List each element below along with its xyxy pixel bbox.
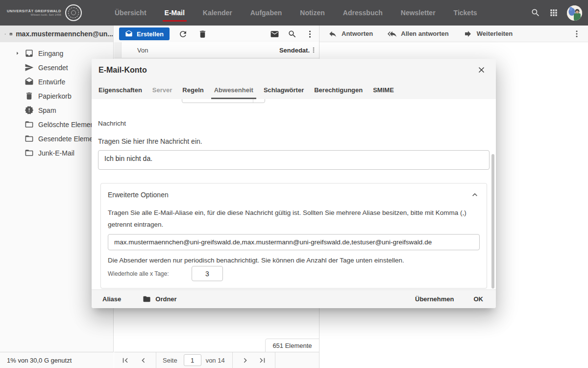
folder-label: Entwürfe	[38, 78, 65, 86]
advanced-options-title: Erweiterte Optionen	[108, 191, 169, 199]
compose-button[interactable]: Erstellen	[119, 27, 170, 40]
more-options-icon[interactable]	[305, 29, 315, 39]
nav-tab-kalender[interactable]: Kalender	[203, 0, 232, 26]
delete-icon[interactable]	[198, 29, 207, 39]
tab-regeln[interactable]: Regeln	[182, 81, 203, 99]
nav-tab-newsletter[interactable]: Newsletter	[401, 0, 436, 26]
reply-label: Antworten	[342, 30, 373, 37]
dialog-title: E-Mail-Konto	[98, 66, 147, 75]
column-von[interactable]: Von	[137, 47, 148, 54]
tab-berechtigungen[interactable]: Berechtigungen	[314, 81, 363, 99]
sidebar-item-eingang[interactable]: Eingang	[0, 46, 113, 60]
reply-all-icon	[388, 29, 396, 38]
chevron-down-icon[interactable]	[4, 30, 6, 38]
prev-page-icon[interactable]	[139, 356, 148, 365]
folder-label: Junk-E-Mail	[38, 149, 74, 157]
first-page-icon[interactable]	[121, 356, 130, 365]
drafts-icon	[24, 77, 34, 86]
nav-tab-tickets[interactable]: Tickets	[454, 0, 477, 26]
page-number-input[interactable]	[184, 354, 201, 366]
next-page-icon[interactable]	[241, 356, 250, 365]
folder-button-label: Ordner	[155, 295, 176, 303]
nav-tab-adressbuch[interactable]: Adressbuch	[343, 0, 383, 26]
tab-schlagwoerter[interactable]: Schlagwörter	[264, 81, 304, 99]
email-account-dialog: E-Mail-Konto Eigenschaften Server Regeln…	[92, 59, 496, 308]
clipped-date-input[interactable]	[182, 99, 265, 103]
period-hint: Die Absender werden nur periodisch benac…	[108, 257, 480, 264]
tab-abwesenheit[interactable]: Abwesenheit	[214, 81, 253, 99]
divider	[156, 352, 156, 368]
search-list-icon[interactable]	[288, 29, 297, 39]
folder-label: Papierkorb	[38, 92, 72, 100]
close-icon[interactable]	[477, 65, 486, 75]
repeat-days-label: Wiederhole alle x Tage:	[108, 270, 192, 277]
folder-icon	[24, 134, 34, 143]
page-label: Seite	[163, 357, 177, 364]
message-toolbar: Antworten Allen antworten Weiterleiten	[319, 26, 588, 42]
trash-icon	[24, 91, 34, 101]
element-count-badge: 651 Elemente	[265, 339, 319, 352]
folder-filled-icon	[143, 295, 151, 303]
dialog-scrollbar[interactable]	[491, 154, 494, 289]
apps-grid-icon[interactable]	[549, 8, 559, 18]
tab-smime[interactable]: SMIME	[373, 81, 394, 99]
divider	[232, 352, 233, 368]
alias-input[interactable]	[108, 234, 480, 250]
collapse-chevron-icon[interactable]	[470, 190, 480, 200]
university-logo: UNIVERSITÄT GREIFSWALD Wissen lockt. Sei…	[7, 4, 82, 21]
user-avatar[interactable]	[567, 5, 582, 21]
aliases-button[interactable]: Aliase	[102, 295, 121, 303]
repeat-days-input[interactable]	[192, 266, 223, 281]
element-count-label: 651 Elemente	[272, 342, 312, 349]
forward-button[interactable]: Weiterleiten	[464, 29, 513, 38]
main-nav: Übersicht E-Mail Kalender Aufgaben Notiz…	[115, 0, 477, 26]
reply-all-button[interactable]: Allen antworten	[388, 29, 449, 38]
tab-server: Server	[152, 81, 172, 99]
column-sendedat[interactable]: Sendedat.	[279, 47, 310, 54]
forward-label: Weiterleiten	[477, 30, 513, 37]
nav-tab-email[interactable]: E-Mail	[165, 0, 185, 26]
mark-read-icon[interactable]	[270, 29, 279, 39]
message-more-icon[interactable]	[572, 29, 581, 38]
search-icon[interactable]	[531, 8, 540, 18]
university-seal-icon	[65, 4, 82, 21]
page-of-label: von 14	[206, 357, 225, 364]
folder-icon	[24, 148, 34, 158]
alias-hint: Tragen Sie alle E-Mail-Aliase ein, für d…	[108, 207, 480, 230]
divider	[275, 352, 275, 368]
inbox-icon	[24, 49, 34, 58]
aliases-label: Aliase	[102, 295, 121, 303]
account-label: max.mustermaennchen@un...	[16, 30, 113, 38]
last-page-icon[interactable]	[258, 356, 267, 365]
apply-button[interactable]: Übernehmen	[415, 295, 454, 303]
refresh-icon[interactable]	[178, 29, 188, 39]
nav-tab-uebersicht[interactable]: Übersicht	[115, 0, 147, 26]
tab-eigenschaften[interactable]: Eigenschaften	[98, 81, 142, 99]
column-menu-icon[interactable]	[310, 47, 317, 53]
reply-all-label: Allen antworten	[401, 30, 449, 37]
quota-bar: 1% von 30,0 G genutzt	[0, 352, 114, 368]
send-icon	[24, 63, 34, 72]
reply-button[interactable]: Antworten	[328, 29, 373, 38]
vacation-message-input[interactable]: Ich bin nicht da.	[98, 150, 490, 170]
dialog-header: E-Mail-Konto	[92, 59, 496, 81]
sidebar-account[interactable]: max.mustermaennchen@un...	[0, 26, 113, 42]
message-hint: Tragen Sie hier Ihre Nachricht ein.	[98, 137, 490, 145]
folder-label: Spam	[38, 106, 56, 114]
compose-label: Erstellen	[137, 30, 164, 38]
advanced-options-panel: Erweiterte Optionen Tragen Sie alle E-Ma…	[100, 183, 487, 289]
dialog-tabs: Eigenschaften Server Regeln Abwesenheit …	[92, 81, 496, 99]
list-column-header: Von Sendedat.	[114, 42, 319, 58]
pagination-bar: Seite von 14	[114, 352, 319, 368]
dialog-body: Nachricht Tragen Sie hier Ihre Nachricht…	[92, 99, 496, 289]
chevron-right-icon[interactable]	[14, 50, 21, 57]
nav-tab-aufgaben[interactable]: Aufgaben	[250, 0, 282, 26]
account-icon	[9, 29, 13, 39]
top-navbar: UNIVERSITÄT GREIFSWALD Wissen lockt. Sei…	[0, 0, 588, 26]
folder-button[interactable]: Ordner	[143, 295, 176, 303]
folder-icon	[24, 120, 34, 129]
selection-column	[114, 42, 122, 58]
ok-button[interactable]: OK	[474, 295, 484, 303]
nav-tab-notizen[interactable]: Notizen	[300, 0, 325, 26]
logo-title: UNIVERSITÄT GREIFSWALD	[7, 9, 61, 13]
